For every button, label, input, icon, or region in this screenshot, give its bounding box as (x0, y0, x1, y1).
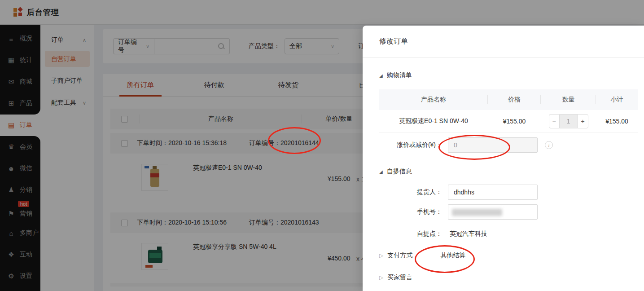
column-name: 产品名称 (421, 96, 446, 103)
drawer-title: 修改订单 (363, 26, 644, 57)
price-adjust-row: 涨价或减价(¥)： 0 i (379, 136, 631, 154)
phone-field-row: 手机号： (379, 204, 631, 220)
pickup-point-row: 自提点： 英冠汽车科技 (379, 226, 631, 242)
blurred-phone-value (452, 209, 502, 216)
cart-subtotal: ¥155.00 (596, 118, 638, 125)
cart-product-name: 英冠极速E0-1 SN 0W-40 (379, 117, 488, 125)
edit-order-drawer: 修改订单 ◢ 购物清单 产品名称 价格 数量 小计 英冠极速E0-1 SN 0W… (363, 26, 644, 291)
info-icon[interactable]: i (545, 141, 553, 149)
quantity-stepper: − 1 + (549, 114, 588, 128)
section-buyer-message[interactable]: ▷ 买家留言 (379, 273, 412, 282)
column-subtotal: 小计 (596, 96, 638, 104)
cart-table: 产品名称 价格 数量 小计 英冠极速E0-1 SN 0W-40 ¥155.00 … (379, 89, 638, 132)
section-label: 自提信息 (387, 168, 412, 176)
cart-product-price: ¥155.00 (488, 118, 541, 125)
column-price: 价格 (508, 96, 521, 103)
qty-plus-button[interactable]: + (578, 114, 588, 128)
qty-minus-button[interactable]: − (549, 114, 560, 128)
phone-label: 手机号： (379, 208, 442, 216)
collapse-open-icon: ◢ (379, 169, 383, 174)
column-qty: 数量 (562, 96, 575, 104)
price-adjust-input[interactable]: 0 (448, 137, 538, 153)
page: 后台管理 ≡ 概况 ▦ 统计 ✉ 商城 ⊞ 产品 ▤ 订单 (0, 0, 644, 291)
picker-field-row: 提货人： dhdhhs (379, 185, 631, 200)
collapse-closed-icon: ▷ (379, 274, 383, 281)
section-cart[interactable]: ◢ 购物清单 (379, 71, 412, 79)
section-label: 购物清单 (387, 71, 412, 79)
cart-table-header: 产品名称 价格 数量 小计 (379, 89, 638, 110)
section-payment[interactable]: ▷ 支付方式 其他结算 (379, 251, 465, 260)
price-adjust-label: 涨价或减价(¥)： (379, 141, 442, 149)
pickup-point-label: 自提点： (379, 230, 442, 238)
phone-input[interactable] (448, 204, 538, 220)
collapse-closed-icon: ▷ (379, 252, 383, 259)
cart-row: 英冠极速E0-1 SN 0W-40 ¥155.00 − 1 + ¥155.00 (379, 110, 638, 132)
section-pickup-info[interactable]: ◢ 自提信息 (379, 168, 412, 176)
picker-input[interactable]: dhdhhs (448, 185, 538, 200)
section-label: 支付方式 (387, 251, 412, 260)
payment-method-value: 其他结算 (440, 251, 465, 260)
collapse-open-icon: ◢ (379, 73, 383, 78)
qty-input[interactable]: 1 (560, 114, 578, 128)
pickup-point-value: 英冠汽车科技 (450, 230, 487, 238)
picker-label: 提货人： (379, 188, 442, 196)
section-label: 买家留言 (387, 273, 412, 282)
